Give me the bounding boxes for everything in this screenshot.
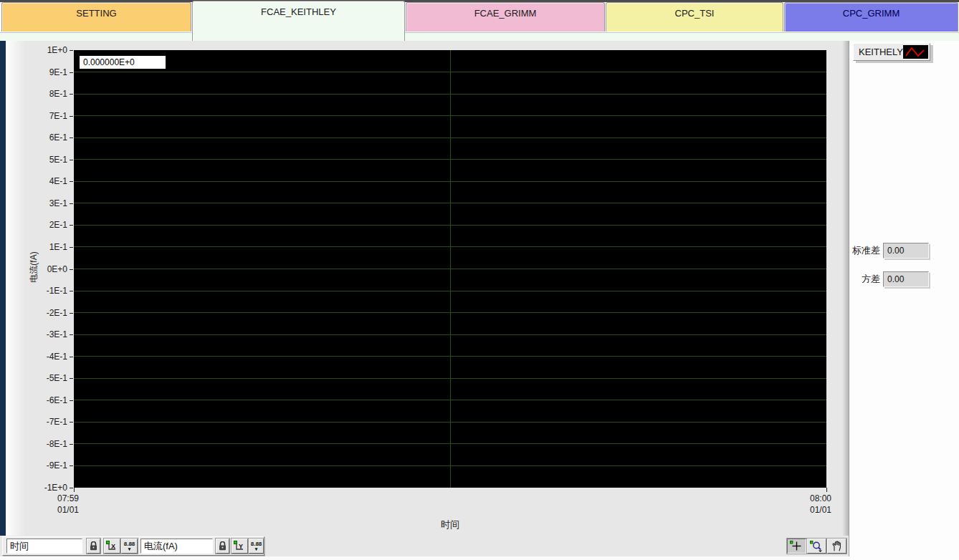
y-tick-label: 7E-1 bbox=[6, 111, 67, 121]
x-tick-label: 08:0001/01 bbox=[795, 493, 846, 516]
y-tick bbox=[70, 160, 73, 160]
y-tick bbox=[70, 94, 73, 95]
y-tick bbox=[70, 465, 73, 466]
y-tick bbox=[70, 72, 73, 73]
y-tick bbox=[70, 422, 73, 423]
stat-value-field: 0.00 bbox=[883, 271, 929, 287]
format-y-icon: 8.88▾ bbox=[251, 541, 262, 551]
svg-text:X: X bbox=[111, 543, 115, 550]
chart-panel: 1E+09E-18E-17E-16E-15E-14E-13E-12E-11E-1… bbox=[6, 41, 849, 536]
y-tick-label: -9E-1 bbox=[6, 460, 67, 470]
stat-label: 方差 bbox=[851, 273, 880, 286]
y-tick-label: 8E-1 bbox=[6, 89, 67, 99]
y-tick bbox=[70, 313, 73, 314]
tab-cpc_grimm[interactable]: CPC_GRIMM bbox=[784, 2, 958, 32]
x-tick-label: 07:5901/01 bbox=[42, 493, 94, 516]
y-tick bbox=[70, 291, 73, 291]
tab-cpc_tsi[interactable]: CPC_TSI bbox=[606, 2, 783, 32]
zoom-tool-button[interactable] bbox=[807, 539, 826, 554]
x-scale-lock-button[interactable] bbox=[87, 539, 100, 554]
y-autoscale-button[interactable]: Y bbox=[232, 539, 248, 554]
y-axis-title: 电流(fA) bbox=[28, 245, 39, 289]
y-tick-label: -8E-1 bbox=[6, 439, 67, 449]
y-scale-lock-button[interactable] bbox=[216, 539, 229, 554]
gridline-vertical bbox=[450, 50, 451, 488]
y-tick-label: -5E-1 bbox=[6, 373, 67, 383]
y-tick-label: 3E-1 bbox=[6, 198, 67, 208]
y-tick-label: -4E-1 bbox=[6, 352, 67, 362]
y-tick-label: -1E+0 bbox=[6, 483, 67, 493]
right-side-area: KEITHELY 标准差0.00方差0.00 bbox=[849, 41, 959, 560]
y-tick bbox=[70, 50, 73, 51]
x-tick bbox=[826, 488, 827, 492]
y-tick bbox=[70, 269, 73, 270]
y-tick-label: 1E+0 bbox=[6, 45, 67, 55]
stat-label: 标准差 bbox=[851, 244, 880, 257]
svg-text:Y: Y bbox=[239, 543, 243, 550]
stat-row: 方差0.00 bbox=[851, 271, 930, 287]
pan-tool-button[interactable] bbox=[827, 539, 846, 554]
y-tick bbox=[70, 400, 73, 401]
plot-area[interactable] bbox=[74, 50, 826, 488]
autoscale-y-icon: Y bbox=[234, 541, 246, 551]
tab-setting[interactable]: SETTING bbox=[1, 2, 191, 32]
bottom-edge-strip bbox=[0, 556, 849, 560]
y-tick bbox=[70, 378, 73, 379]
stat-value-field: 0.00 bbox=[883, 243, 929, 259]
y-scale-format-button[interactable]: 8.88▾ bbox=[249, 539, 264, 554]
plot-legend[interactable]: KEITHELY bbox=[853, 43, 930, 61]
x-axis-title: 时间 bbox=[292, 518, 608, 531]
tab-page-strip bbox=[0, 32, 959, 41]
y-tick bbox=[70, 488, 73, 488]
pan-tool-icon bbox=[831, 541, 842, 551]
cursor-tool-icon bbox=[790, 541, 803, 551]
tab-fcae_grimm[interactable]: FCAE_GRIMM bbox=[406, 2, 605, 32]
y-tick bbox=[70, 181, 73, 182]
y-tick-label: 2E-1 bbox=[6, 220, 67, 230]
x-scale-format-button[interactable]: 8.88▾ bbox=[121, 539, 138, 554]
x-scale-name-field[interactable]: 时间 bbox=[6, 539, 82, 554]
plot-line-icon[interactable] bbox=[903, 45, 928, 59]
y-tick-label: -7E-1 bbox=[6, 417, 67, 427]
y-tick-label: 5E-1 bbox=[6, 155, 67, 165]
cursor-tool-button[interactable] bbox=[787, 539, 806, 554]
scale-legend: 时间 X 8.88▾ 电流(fA) bbox=[2, 536, 264, 556]
bottom-control-row: 时间 X 8.88▾ 电流(fA) bbox=[0, 536, 849, 556]
x-autoscale-button[interactable]: X bbox=[104, 539, 120, 554]
graph-palette bbox=[787, 539, 847, 554]
y-scale-name-field[interactable]: 电流(fA) bbox=[140, 539, 213, 554]
y-tick bbox=[70, 334, 73, 335]
y-tick-label: 4E-1 bbox=[6, 176, 67, 186]
plot-legend-name: KEITHELY bbox=[859, 47, 903, 57]
y-tick-label: -6E-1 bbox=[6, 395, 67, 405]
zoom-tool-icon bbox=[810, 541, 824, 552]
y-tick bbox=[70, 444, 73, 445]
y-tick-label: -3E-1 bbox=[6, 329, 67, 339]
x-tick bbox=[74, 488, 75, 492]
y-tick-label: -2E-1 bbox=[6, 308, 67, 318]
y-tick bbox=[70, 203, 73, 204]
y-tick bbox=[70, 247, 73, 248]
autoscale-x-icon: X bbox=[106, 541, 118, 551]
tab-fcae_keithley[interactable]: FCAE_KEITHLEY bbox=[192, 1, 405, 41]
lock-icon bbox=[90, 541, 97, 551]
y-tick bbox=[70, 116, 73, 117]
lock-icon bbox=[219, 541, 226, 551]
y-tick-label: 6E-1 bbox=[6, 132, 67, 143]
y-tick-label: 9E-1 bbox=[6, 67, 67, 77]
stat-row: 标准差0.00 bbox=[851, 243, 930, 259]
y-tick bbox=[70, 137, 73, 138]
application-window: KEITHELY 标准差0.00方差0.00 1E+09E-18E-17E-16… bbox=[0, 0, 959, 560]
y-tick bbox=[70, 225, 73, 226]
format-x-icon: 8.88▾ bbox=[124, 541, 135, 551]
y-tick bbox=[70, 357, 73, 357]
left-background-strip bbox=[0, 41, 6, 536]
digital-display: 0.000000E+0 bbox=[79, 55, 166, 69]
